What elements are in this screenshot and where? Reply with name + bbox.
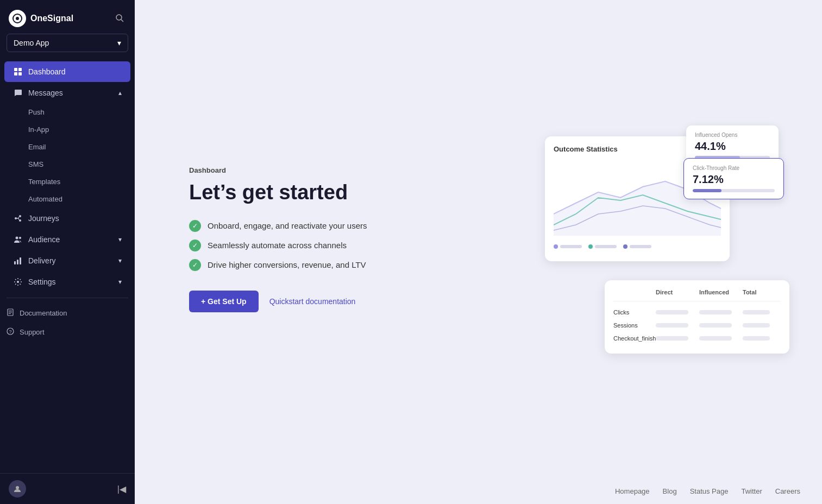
sidebar-item-label: Dashboard — [28, 67, 66, 76]
ctr-card: Click-Through Rate 7.12% — [683, 158, 784, 199]
svg-point-12 — [19, 237, 21, 239]
table-header-name — [613, 289, 656, 295]
ctr-bar-fill — [693, 189, 721, 192]
svg-line-3 — [121, 20, 123, 22]
sidebar-item-label: Journeys — [28, 214, 59, 223]
table-skeleton — [699, 336, 732, 341]
sidebar-item-label: SMS — [28, 160, 43, 168]
chevron-up-icon: ▴ — [118, 89, 122, 97]
chevron-down-icon: ▾ — [118, 236, 122, 243]
content-area: Dashboard Let’s get started ✓ Onboard, e… — [135, 0, 822, 478]
search-button[interactable] — [113, 11, 126, 26]
sidebar-item-label: Automated — [28, 195, 62, 203]
sidebar-item-label: Documentation — [20, 309, 67, 317]
influenced-opens-value: 44.1% — [695, 140, 770, 153]
sidebar-item-audience[interactable]: Audience ▾ — [4, 229, 130, 250]
footer-link-homepage[interactable]: Homepage — [615, 487, 650, 495]
footer-link-blog[interactable]: Blog — [663, 487, 677, 495]
table-card: Direct Influenced Total Clicks Sessions — [605, 280, 789, 354]
legend-dot-1 — [554, 244, 558, 249]
sidebar-item-in-app[interactable]: In-App — [4, 121, 130, 138]
legend-item-2 — [588, 244, 617, 249]
sidebar-item-dashboard[interactable]: Dashboard — [4, 61, 130, 82]
table-cell-sessions-label: Sessions — [613, 322, 656, 329]
sidebar-item-push[interactable]: Push — [4, 104, 130, 121]
sidebar-item-documentation[interactable]: Documentation — [0, 304, 135, 323]
get-set-up-button[interactable]: + Get Set Up — [189, 291, 259, 312]
chart-legend — [554, 244, 721, 249]
svg-point-16 — [17, 281, 19, 283]
chevron-down-icon: ▾ — [117, 39, 121, 47]
check-icon-3: ✓ — [189, 259, 201, 271]
sidebar-item-automated[interactable]: Automated — [4, 191, 130, 207]
avatar[interactable] — [9, 480, 26, 497]
table-skeleton — [656, 323, 688, 327]
ctr-value: 7.12% — [693, 173, 775, 186]
legend-item-1 — [554, 244, 582, 249]
sidebar-header: OneSignal — [0, 0, 135, 34]
sidebar-item-templates[interactable]: Templates — [4, 173, 130, 190]
user-path-icon — [13, 213, 23, 223]
sidebar-item-sms[interactable]: SMS — [4, 156, 130, 173]
influenced-opens-label: Influenced Opens — [695, 132, 770, 138]
legend-dot-3 — [623, 244, 628, 249]
table-header-total: Total — [743, 289, 781, 295]
right-illustration: Outcome Statistics — [545, 125, 779, 354]
get-set-up-label: + Get Set Up — [201, 297, 247, 306]
feature-text-1: Onboard, engage, and reactivate your use… — [208, 221, 367, 230]
ctr-label: Click-Through Rate — [693, 165, 775, 171]
quickstart-link[interactable]: Quickstart documentation — [269, 297, 356, 306]
page-title: Let’s get started — [189, 181, 367, 205]
feature-item-2: ✓ Seamlessly automate across channels — [189, 240, 367, 251]
breadcrumb: Dashboard — [189, 166, 367, 174]
feature-list: ✓ Onboard, engage, and reactivate your u… — [189, 220, 367, 271]
table-skeleton — [743, 336, 770, 341]
gear-icon — [13, 277, 23, 287]
nav-section: Dashboard Messages ▴ Push In-App Email S… — [0, 61, 135, 473]
svg-rect-5 — [18, 68, 22, 71]
table-header-direct: Direct — [656, 289, 699, 295]
table-row-checkout: Checkout_finish — [613, 332, 781, 345]
app-selector[interactable]: Demo App ▾ — [7, 34, 128, 52]
table-skeleton — [699, 323, 732, 327]
footer-link-twitter[interactable]: Twitter — [741, 487, 762, 495]
svg-text:?: ? — [9, 329, 11, 335]
sidebar-item-journeys[interactable]: Journeys — [4, 208, 130, 229]
chart-icon — [13, 256, 23, 266]
table-skeleton — [656, 336, 688, 341]
footer-link-status[interactable]: Status Page — [690, 487, 729, 495]
sidebar-item-messages[interactable]: Messages ▴ — [4, 83, 130, 103]
svg-rect-15 — [20, 257, 21, 264]
doc-icon — [7, 308, 14, 318]
sidebar-item-label: Push — [28, 108, 45, 116]
sidebar-item-email[interactable]: Email — [4, 138, 130, 155]
nav-divider — [7, 298, 128, 298]
left-content: Dashboard Let’s get started ✓ Onboard, e… — [189, 166, 367, 312]
table-skeleton — [656, 310, 688, 314]
chevron-down-icon: ▾ — [118, 257, 122, 264]
svg-point-23 — [16, 486, 19, 489]
sidebar-item-label: Settings — [28, 278, 56, 286]
table-header-row: Direct Influenced Total — [613, 289, 781, 301]
footer-link-careers[interactable]: Careers — [775, 487, 800, 495]
question-icon: ? — [7, 327, 14, 337]
table-skeleton — [699, 310, 732, 314]
feature-text-3: Drive higher conversions, revenue, and L… — [208, 260, 366, 269]
svg-point-8 — [15, 217, 17, 219]
svg-point-9 — [19, 215, 21, 217]
svg-point-11 — [16, 237, 18, 240]
quickstart-label: Quickstart documentation — [269, 297, 356, 306]
sidebar-item-support[interactable]: ? Support — [0, 323, 135, 342]
sidebar-item-label: Messages — [28, 89, 63, 97]
users-icon — [13, 235, 23, 244]
sidebar-item-settings[interactable]: Settings ▾ — [4, 272, 130, 292]
sidebar-item-label: Email — [28, 143, 46, 151]
collapse-sidebar-button[interactable]: |◀ — [117, 484, 126, 494]
ctr-bar — [693, 189, 775, 192]
table-skeleton — [743, 323, 770, 327]
table-skeleton — [743, 310, 770, 314]
logo-text: OneSignal — [30, 14, 73, 23]
sidebar-item-delivery[interactable]: Delivery ▾ — [4, 250, 130, 271]
logo-area: OneSignal — [9, 10, 73, 27]
check-icon-2: ✓ — [189, 240, 201, 251]
